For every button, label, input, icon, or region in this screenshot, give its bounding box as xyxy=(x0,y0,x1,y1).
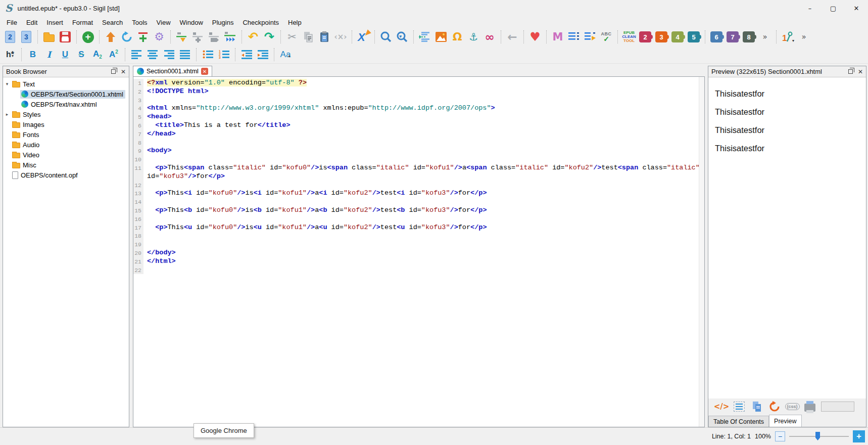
checkpoint-tag-button[interactable] xyxy=(206,29,222,45)
checkpoint-edit-tag-button[interactable] xyxy=(174,29,190,45)
menu-edit[interactable]: Edit xyxy=(22,17,42,28)
select-all-button[interactable] xyxy=(733,399,746,414)
tree-item-video[interactable]: Video xyxy=(3,150,129,160)
refresh-preview-button[interactable] xyxy=(768,399,781,414)
tree-expander-icon[interactable]: ▸ xyxy=(3,112,11,117)
close-panel-icon[interactable]: ✕ xyxy=(858,69,863,75)
align-right-button[interactable] xyxy=(161,47,177,62)
inspect-code-button[interactable]: </> xyxy=(715,399,728,414)
code-view-button[interactable]: ‹×› xyxy=(332,29,349,45)
heading-button[interactable]: h*▾ xyxy=(2,47,18,62)
manage-checkpoints-button[interactable]: ⚙ xyxy=(151,29,167,45)
tab-section0001[interactable]: Section0001.xhtml ✕ xyxy=(133,66,212,76)
plugin-6-button[interactable]: 6 xyxy=(708,29,725,45)
plugin-8-button[interactable]: 8 xyxy=(741,29,757,45)
superscript-button[interactable]: A2 xyxy=(106,47,122,62)
plugin-5-button[interactable]: 5 xyxy=(686,29,702,45)
save-button[interactable] xyxy=(57,29,73,45)
code-line-17[interactable]: 17 <p>This<u id="kofu0"/>is<u id="kofu1"… xyxy=(133,224,704,232)
cut-button[interactable]: ✂ xyxy=(284,29,300,45)
code-view[interactable]: 1<?xml version="1.0" encoding="utf-8" ?>… xyxy=(133,76,705,427)
tree-item-oebps-text-nav-xhtml[interactable]: OEBPS/Text/nav.xhtml xyxy=(3,99,129,109)
back-button[interactable]: ← xyxy=(504,29,520,45)
tab-table-of-contents[interactable]: Table Of Contents xyxy=(708,416,769,427)
align-left-button[interactable] xyxy=(128,47,144,62)
tree-item-fonts[interactable]: Fonts xyxy=(3,129,129,140)
code-line-16[interactable]: 16​ xyxy=(133,215,704,224)
subscript-button[interactable]: A2 xyxy=(89,47,106,62)
toolbar-overflow-button[interactable]: » xyxy=(757,29,773,45)
plugin-4-button[interactable]: 4 xyxy=(669,29,686,45)
insert-anchor-button[interactable]: ⚓ xyxy=(465,29,481,45)
code-line-13[interactable]: 13 <p>This<i id="kofu0"/>is<i id="kofu1"… xyxy=(133,189,704,198)
new-epub2-button[interactable]: 2 xyxy=(2,29,18,45)
bullet-list-button[interactable] xyxy=(200,47,216,62)
tree-item-audio[interactable]: Audio xyxy=(3,140,129,150)
editor-scrollbar[interactable] xyxy=(699,77,704,427)
zoom-slider-handle[interactable] xyxy=(815,432,820,440)
find-button[interactable] xyxy=(378,29,394,45)
checkpoint-new-tag-button[interactable] xyxy=(190,29,206,45)
bold-button[interactable]: B xyxy=(25,47,41,62)
align-center-button[interactable] xyxy=(144,47,161,62)
zoom-in-button[interactable]: + xyxy=(853,430,865,442)
code-line-22[interactable]: 22​ xyxy=(133,266,704,275)
italic-button[interactable]: I xyxy=(41,47,57,62)
underline-button[interactable]: U xyxy=(57,47,73,62)
mend-code-button[interactable]: X xyxy=(355,29,371,45)
code-line-8[interactable]: 8​ xyxy=(133,139,704,147)
spellcheck-button[interactable]: ABC✓ xyxy=(598,29,614,45)
float-panel-icon[interactable] xyxy=(848,69,853,74)
plugin-7-button[interactable]: 7 xyxy=(725,29,741,45)
tab-preview[interactable]: Preview xyxy=(769,415,801,427)
find-favorite-button[interactable]: ♥ xyxy=(394,29,410,45)
tree-expander-icon[interactable]: ▾ xyxy=(3,81,11,86)
code-line-19[interactable]: 19​ xyxy=(133,240,704,249)
numbered-list-button[interactable]: 123 xyxy=(216,47,232,62)
menu-search[interactable]: Search xyxy=(98,17,127,28)
print-button[interactable] xyxy=(803,399,816,414)
indent-button[interactable] xyxy=(255,47,271,62)
metadata-editor-button[interactable]: M xyxy=(550,29,566,45)
tree-item-oebps-content-opf[interactable]: OEBPS/content.opf xyxy=(3,170,129,180)
code-line-18[interactable]: 18​ xyxy=(133,232,704,240)
plugin-1-robot-button[interactable]: 1▾ xyxy=(780,29,796,45)
code-line-21[interactable]: 21</html> xyxy=(133,257,704,266)
edit-toc-button[interactable] xyxy=(566,29,582,45)
paste-button[interactable] xyxy=(316,29,332,45)
code-line-10[interactable]: 10​ xyxy=(133,155,704,164)
insert-image-button[interactable] xyxy=(433,29,449,45)
outdent-button[interactable] xyxy=(238,47,255,62)
code-line-5[interactable]: 5<head> xyxy=(133,113,704,121)
menu-window[interactable]: Window xyxy=(175,17,208,28)
epub-clean-tool-button[interactable]: EPUBCLEANTOOL xyxy=(621,29,637,45)
menu-file[interactable]: File xyxy=(2,17,22,28)
code-line-3[interactable]: 3​ xyxy=(133,96,704,105)
close-panel-icon[interactable]: ✕ xyxy=(121,69,126,75)
strikethrough-button[interactable]: S xyxy=(73,47,89,62)
menu-checkpoints[interactable]: Checkpoints xyxy=(238,17,283,28)
code-line-9[interactable]: 9<body> xyxy=(133,147,704,155)
menu-help[interactable]: Help xyxy=(283,17,306,28)
donate-button[interactable]: ♥ xyxy=(527,29,543,45)
code-line-2[interactable]: 2<!DOCTYPE html> xyxy=(133,87,704,96)
tree-item-images[interactable]: Images xyxy=(3,119,129,129)
plugin-3-button[interactable]: 3 xyxy=(653,29,669,45)
special-characters-button[interactable]: Ω xyxy=(449,29,465,45)
maximize-button[interactable]: ▢ xyxy=(822,0,845,16)
close-button[interactable]: ✕ xyxy=(845,0,868,16)
new-epub3-button[interactable]: 3 xyxy=(18,29,34,45)
insert-link-button[interactable]: ∞ xyxy=(481,29,498,45)
text-casing-button[interactable]: Aa▾ xyxy=(277,47,294,62)
menu-tools[interactable]: Tools xyxy=(127,17,152,28)
tab-close-icon[interactable]: ✕ xyxy=(201,68,208,75)
minimize-button[interactable]: – xyxy=(798,0,822,16)
tree-item-text[interactable]: ▾Text xyxy=(3,79,129,89)
add-existing-files-button[interactable]: + xyxy=(80,29,96,45)
toolbar-overflow-2-button[interactable]: » xyxy=(796,29,812,45)
code-line-4[interactable]: 4<html xmlns="http://www.w3.org/1999/xht… xyxy=(133,104,704,113)
tree-item-styles[interactable]: ▸Styles xyxy=(3,109,129,119)
generate-toc-button[interactable] xyxy=(582,29,598,45)
css-button[interactable]: (css) xyxy=(786,399,799,414)
plugin-2-button[interactable]: 2 xyxy=(637,29,653,45)
